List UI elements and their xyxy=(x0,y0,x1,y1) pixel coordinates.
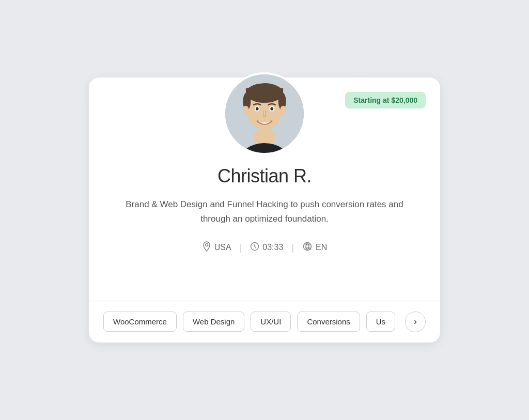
svg-point-10 xyxy=(256,107,259,111)
clock-icon xyxy=(250,242,259,254)
avatar-wrapper xyxy=(115,72,414,155)
tags-footer: WooCommerce Web Design UX/UI Conversions… xyxy=(89,301,440,343)
language-text: EN xyxy=(316,243,327,252)
language-icon xyxy=(302,242,313,254)
tag-conversions[interactable]: Conversions xyxy=(297,312,360,332)
location-meta: USA xyxy=(202,241,231,254)
separator-1: | xyxy=(240,242,242,253)
tag-web-design[interactable]: Web Design xyxy=(183,312,244,332)
location-icon xyxy=(202,241,211,254)
tag-ux-ui[interactable]: UX/UI xyxy=(251,312,291,332)
description: Brand & Web Design and Funnel Hacking to… xyxy=(115,197,414,225)
avatar xyxy=(223,72,306,155)
separator-2: | xyxy=(291,242,294,253)
tag-woocommerce[interactable]: WooCommerce xyxy=(103,312,177,332)
svg-rect-5 xyxy=(246,88,283,98)
time-text: 03:33 xyxy=(262,243,283,252)
language-meta: EN xyxy=(302,242,327,254)
more-tags-button[interactable]: › xyxy=(405,312,426,332)
tag-us[interactable]: Us xyxy=(366,312,395,332)
card-body: Starting at $20,000 xyxy=(89,77,440,300)
person-name: Christian R. xyxy=(115,165,414,187)
meta-row: USA | 03:33 | xyxy=(115,241,414,254)
location-text: USA xyxy=(214,243,231,252)
svg-point-12 xyxy=(243,106,248,114)
profile-card: Starting at $20,000 xyxy=(89,77,440,342)
time-meta: 03:33 xyxy=(250,242,283,254)
svg-point-11 xyxy=(270,107,273,111)
svg-point-15 xyxy=(304,242,312,250)
svg-point-13 xyxy=(280,106,286,114)
